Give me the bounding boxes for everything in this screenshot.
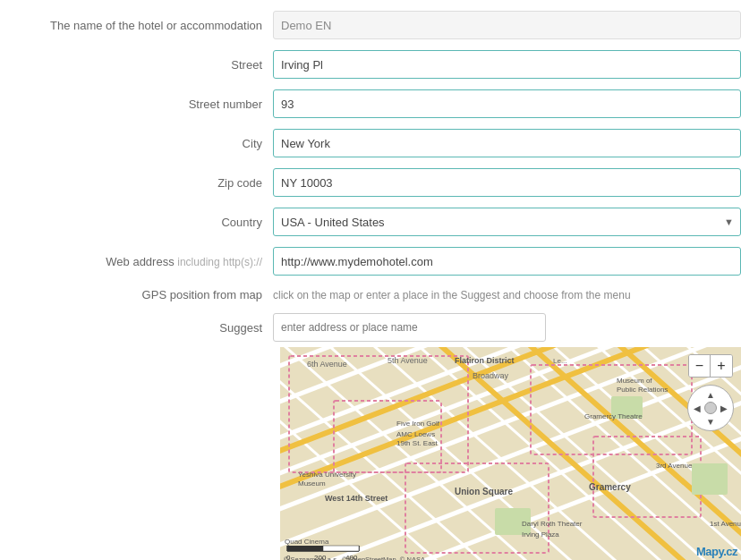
hotel-name-label: The name of the hotel or accommodation [0, 19, 273, 32]
map-logo: Mapy.cz [696, 545, 737, 558]
svg-text:Broadway: Broadway [473, 371, 509, 380]
nav-down-button[interactable]: ▼ [703, 414, 718, 428]
zip-row: Zip code [0, 166, 741, 199]
svg-text:Flatiron District: Flatiron District [455, 356, 515, 365]
nav-up-button[interactable]: ▲ [703, 387, 718, 402]
zoom-minus-button[interactable]: − [689, 355, 711, 377]
svg-text:Le...: Le... [553, 357, 567, 365]
zoom-plus-button[interactable]: + [711, 355, 732, 377]
web-label: Web address including http(s):// [0, 255, 273, 268]
street-number-label: Street number [0, 98, 273, 111]
svg-text:Gramercy: Gramercy [589, 482, 631, 492]
svg-text:19th St. East: 19th St. East [396, 439, 439, 447]
city-input[interactable] [273, 129, 741, 157]
svg-rect-60 [287, 546, 323, 551]
gps-label: GPS position from map [0, 284, 273, 301]
country-label: Country [0, 216, 273, 229]
nav-right-button[interactable]: ▶ [717, 401, 731, 415]
svg-text:6th Avenue: 6th Avenue [307, 360, 347, 369]
gps-row: GPS position from map click on the map o… [0, 284, 741, 310]
navigation-control: ▲ ▼ ◀ ▶ [687, 385, 734, 431]
country-row: Country USA - United StatesGBR - United … [0, 206, 741, 238]
street-label: Street [0, 58, 273, 72]
street-number-input[interactable] [273, 89, 741, 118]
map-zoom-controls: − + ▲ ▼ ◀ ▶ [687, 354, 734, 431]
country-select-wrapper: USA - United StatesGBR - United KingdomD… [273, 208, 741, 236]
city-label: City [0, 137, 273, 150]
street-row: Street [0, 48, 741, 81]
nav-center-circle [704, 402, 717, 414]
suggest-row: Suggest [0, 313, 741, 342]
web-row: Web address including http(s):// [0, 245, 741, 277]
svg-text:Quad Cinema: Quad Cinema [285, 538, 329, 546]
zip-label: Zip code [0, 176, 273, 190]
form-container: The name of the hotel or accommodation S… [0, 0, 741, 560]
svg-text:Union Square: Union Square [455, 487, 513, 496]
svg-text:Museum: Museum [298, 479, 326, 488]
svg-text:Five Iron Golf: Five Iron Golf [396, 420, 440, 428]
country-select[interactable]: USA - United StatesGBR - United KingdomD… [273, 208, 741, 236]
city-row: City [0, 127, 741, 159]
svg-text:Irving Plaza: Irving Plaza [522, 530, 559, 539]
svg-text:3rd Avenue: 3rd Avenue [656, 462, 693, 470]
svg-text:Yeshiva University: Yeshiva University [298, 471, 356, 479]
svg-text:Public Relations: Public Relations [617, 386, 668, 394]
map-container[interactable]: 6th Avenue 5th Avenue Flatiron District … [280, 347, 741, 560]
map-area: 6th Avenue 5th Avenue Flatiron District … [0, 347, 741, 560]
gps-hint: click on the map or enter a place in the… [273, 284, 741, 301]
suggest-label: Suggest [0, 321, 273, 335]
street-number-row: Street number [0, 88, 741, 120]
map-left-spacer [0, 347, 280, 560]
zip-input[interactable] [273, 168, 741, 197]
svg-text:AMC Loews: AMC Loews [396, 430, 435, 438]
svg-text:© Seznam.cz, a.s., © OpenStree: © Seznam.cz, a.s., © OpenStreetMap, © NA… [284, 556, 425, 560]
web-input[interactable] [273, 247, 741, 276]
nav-left-button[interactable]: ◀ [690, 401, 704, 415]
suggest-input[interactable] [273, 313, 546, 342]
svg-text:Daryl Roth Theater: Daryl Roth Theater [522, 520, 583, 528]
svg-text:5th Avenue: 5th Avenue [388, 356, 428, 365]
zoom-button-group: − + [688, 354, 733, 378]
hotel-name-row: The name of the hotel or accommodation [0, 9, 741, 41]
hotel-name-input[interactable] [273, 11, 741, 39]
svg-rect-33 [692, 463, 728, 495]
svg-text:Gramercy Theatre: Gramercy Theatre [584, 412, 643, 420]
svg-text:1st Avenue: 1st Avenue [710, 520, 741, 528]
svg-text:West 14th Street: West 14th Street [325, 494, 388, 503]
street-input[interactable] [273, 50, 741, 79]
svg-rect-61 [323, 546, 359, 551]
map-svg: 6th Avenue 5th Avenue Flatiron District … [280, 347, 741, 560]
svg-text:Museum of: Museum of [617, 377, 652, 385]
